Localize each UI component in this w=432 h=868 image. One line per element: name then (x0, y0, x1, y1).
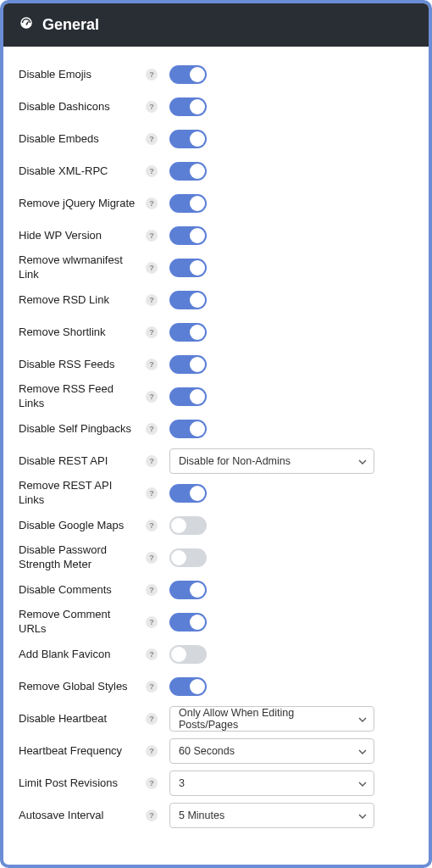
help-icon[interactable]: ? (146, 359, 158, 370)
select-value: 60 Seconds (179, 745, 235, 757)
setting-control: 60 Seconds (169, 738, 413, 764)
toggle-knob (190, 131, 205, 147)
setting-row-disable-rest-api: Disable REST API?Disable for Non-Admins (19, 445, 413, 477)
setting-label: Remove jQuery Migrate (19, 197, 146, 211)
help-icon[interactable]: ? (146, 552, 158, 564)
help-icon[interactable]: ? (146, 777, 158, 789)
help-icon[interactable]: ? (146, 455, 158, 467)
disable-heartbeat-select[interactable]: Only Allow When Editing Posts/Pages (169, 706, 374, 732)
help-icon[interactable]: ? (146, 584, 158, 596)
toggle-knob (190, 292, 205, 308)
remove-global-styles-toggle[interactable] (169, 677, 207, 696)
setting-control (169, 162, 413, 181)
help-icon[interactable]: ? (146, 423, 158, 435)
remove-rss-feed-links-toggle[interactable] (169, 387, 207, 406)
toggle-knob (190, 67, 205, 82)
setting-control (169, 677, 413, 696)
disable-self-pingbacks-toggle[interactable] (169, 420, 207, 438)
setting-label: Remove RSS Feed Links (19, 382, 146, 411)
setting-label: Disable XML-RPC (19, 164, 146, 179)
disable-rss-feeds-toggle[interactable] (169, 355, 207, 374)
disable-comments-toggle[interactable] (169, 581, 207, 599)
panel-title: General (42, 16, 99, 34)
setting-control: Disable for Non-Admins (169, 448, 413, 474)
setting-control (169, 355, 413, 374)
toggle-knob (190, 260, 205, 275)
help-icon[interactable]: ? (146, 198, 158, 209)
setting-row-disable-dashicons: Disable Dashicons? (19, 91, 413, 123)
setting-control (169, 226, 413, 245)
help-icon[interactable]: ? (146, 487, 158, 499)
help-icon[interactable]: ? (146, 810, 158, 821)
setting-row-disable-google-maps: Disable Google Maps? (19, 509, 413, 542)
setting-label: Disable Self Pingbacks (19, 422, 146, 437)
setting-row-limit-post-revisions: Limit Post Revisions?3 (19, 767, 413, 799)
setting-row-remove-shortlink: Remove Shortlink? (19, 316, 413, 348)
disable-dashicons-toggle[interactable] (169, 97, 207, 116)
setting-control: 5 Minutes (169, 803, 413, 828)
setting-row-add-blank-favicon: Add Blank Favicon? (19, 638, 413, 670)
help-icon[interactable]: ? (146, 616, 158, 628)
help-icon[interactable]: ? (146, 520, 158, 531)
help-icon[interactable]: ? (146, 165, 158, 177)
help-icon[interactable]: ? (146, 326, 158, 338)
setting-row-remove-rsd-link: Remove RSD Link? (19, 284, 413, 316)
toggle-knob (171, 647, 186, 662)
setting-control: 3 (169, 771, 413, 796)
toggle-knob (190, 325, 205, 340)
help-icon[interactable]: ? (146, 648, 158, 660)
disable-emojis-toggle[interactable] (169, 65, 207, 84)
setting-row-remove-wlwmanifest-link: Remove wlwmanifest Link? (19, 252, 413, 284)
toggle-knob (190, 486, 205, 501)
select-value: Disable for Non-Admins (179, 455, 291, 467)
setting-label: Heartbeat Frequency (19, 744, 146, 759)
setting-label: Limit Post Revisions (19, 776, 146, 791)
setting-control: Only Allow When Editing Posts/Pages (169, 706, 413, 732)
toggle-knob (171, 550, 186, 565)
disable-embeds-toggle[interactable] (169, 130, 207, 148)
setting-label: Disable Google Maps (19, 519, 146, 533)
select-value: Only Allow When Editing Posts/Pages (179, 707, 352, 731)
setting-row-disable-emojis: Disable Emojis? (19, 58, 413, 91)
setting-label: Remove wlwmanifest Link (19, 253, 146, 282)
remove-wlwmanifest-link-toggle[interactable] (169, 259, 207, 277)
help-icon[interactable]: ? (146, 681, 158, 693)
help-icon[interactable]: ? (146, 294, 158, 306)
setting-label: Disable Emojis (19, 68, 146, 82)
remove-jquery-migrate-toggle[interactable] (169, 194, 207, 213)
toggle-knob (190, 164, 205, 179)
disable-rest-api-select[interactable]: Disable for Non-Admins (169, 448, 374, 474)
autosave-interval-select[interactable]: 5 Minutes (169, 803, 374, 828)
disable-xml-rpc-toggle[interactable] (169, 162, 207, 181)
setting-row-disable-comments: Disable Comments? (19, 574, 413, 606)
setting-control (169, 323, 413, 342)
remove-rest-api-links-toggle[interactable] (169, 484, 207, 503)
help-icon[interactable]: ? (146, 230, 158, 242)
help-icon[interactable]: ? (146, 745, 158, 757)
disable-google-maps-toggle[interactable] (169, 516, 207, 535)
panel-body: Disable Emojis?Disable Dashicons?Disable… (3, 47, 429, 865)
limit-post-revisions-select[interactable]: 3 (169, 771, 374, 796)
setting-label: Disable Heartbeat (19, 712, 146, 726)
setting-row-disable-embeds: Disable Embeds? (19, 123, 413, 155)
setting-row-hide-wp-version: Hide WP Version? (19, 220, 413, 252)
toggle-knob (190, 679, 205, 694)
add-blank-favicon-toggle[interactable] (169, 645, 207, 664)
heartbeat-frequency-select[interactable]: 60 Seconds (169, 738, 374, 764)
remove-comment-urls-toggle[interactable] (169, 613, 207, 632)
help-icon[interactable]: ? (146, 101, 158, 113)
remove-rsd-link-toggle[interactable] (169, 291, 207, 309)
help-icon[interactable]: ? (146, 262, 158, 274)
hide-wp-version-toggle[interactable] (169, 226, 207, 245)
setting-label: Disable Comments (19, 583, 146, 598)
help-icon[interactable]: ? (146, 391, 158, 403)
setting-row-disable-xml-rpc: Disable XML-RPC? (19, 155, 413, 187)
disable-password-strength-toggle[interactable] (169, 548, 207, 567)
remove-shortlink-toggle[interactable] (169, 323, 207, 342)
dashboard-icon (19, 15, 34, 35)
setting-control (169, 516, 413, 535)
help-icon[interactable]: ? (146, 133, 158, 145)
help-icon[interactable]: ? (146, 713, 158, 725)
setting-control (169, 613, 413, 632)
help-icon[interactable]: ? (146, 69, 158, 81)
